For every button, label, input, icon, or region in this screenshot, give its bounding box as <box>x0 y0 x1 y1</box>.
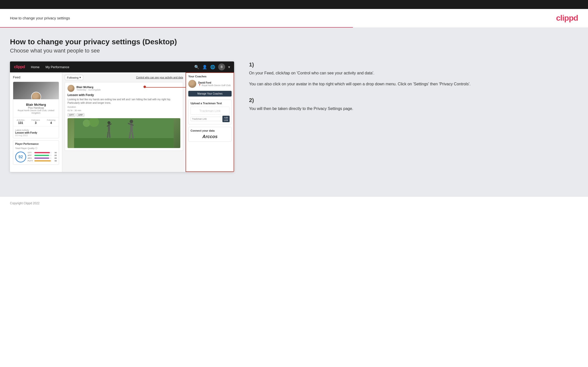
coach-avatar <box>188 80 196 88</box>
profile-avatar <box>31 92 41 99</box>
post-user-avatar <box>67 85 74 92</box>
stat-activities: Activities 131 <box>17 119 25 125</box>
step1-num: 1) <box>249 61 573 68</box>
trackman-section: Upload a Trackman Test Trackman Link Add… <box>188 100 232 124</box>
step1-extra: You can also click on your avatar in the… <box>249 81 573 87</box>
post-duration: Duration <box>67 106 180 108</box>
connect-section: Connect your data Arccos <box>188 127 232 142</box>
svg-rect-1 <box>74 138 174 148</box>
post-meta: Yesterday · Sunningdale <box>76 89 101 91</box>
coaches-title: Your Coaches <box>188 75 232 78</box>
player-performance: Player Performance Total Player Quality … <box>13 140 59 165</box>
globe-icon[interactable]: 🌐 <box>210 65 215 69</box>
post-desc: Looking to feel like my hands are exitin… <box>67 98 180 105</box>
page-subheading: Choose what you want people to see <box>10 48 578 54</box>
bar-arg: ARG 86 <box>28 157 57 159</box>
svg-point-2 <box>83 119 90 127</box>
circle-score: 92 <box>15 152 26 162</box>
profile-card: Blair McHarg Plus Handicap Royal North D… <box>13 82 59 138</box>
trackman-input-row: Add Link <box>191 116 229 122</box>
app-nav: clippd Home My Performance 🔍 👤 🌐 B ▾ <box>10 61 234 72</box>
instructions: 1) On your Feed, click/tap on 'Control w… <box>244 61 578 122</box>
bar-putt: PUTT 96 <box>28 160 57 162</box>
step1-text: On your Feed, click/tap on 'Control who … <box>249 70 573 76</box>
app-body: Feed Blair McHarg Plus Handicap Royal No… <box>10 72 234 172</box>
profile-name: Blair McHarg <box>13 103 59 106</box>
profile-cover <box>13 82 59 99</box>
footer: Copyright Clippd 2022 <box>0 197 588 209</box>
app-nav-icons: 🔍 👤 🌐 B ▾ <box>194 63 230 70</box>
post-tags: OTT APP <box>67 113 180 117</box>
profile-club: Royal North Devon Golf Club, United King… <box>13 109 59 114</box>
profile-stats: Activities 131 Followers 3 Following 4 <box>13 117 59 126</box>
post-title: Lesson with Fordy <box>67 93 180 97</box>
chevron-icon[interactable]: ▾ <box>228 65 230 69</box>
app-feed: Following ▾ Control who can see your act… <box>62 72 186 172</box>
bar-ott: OTT 90 <box>28 152 57 154</box>
stat-following: Following 4 <box>47 119 55 125</box>
stat-followers: Followers 3 <box>31 119 40 125</box>
post-username: Blair McHarg <box>76 86 101 89</box>
footer-copyright: Copyright Clippd 2022 <box>10 202 40 205</box>
latest-activity: Latest Activity Lesson with Fordy 03 Aug… <box>13 127 59 138</box>
post-image <box>67 118 180 148</box>
post-duration-value: 01 hr : 30 min <box>67 109 180 112</box>
coach-info: David Ford 📍 Royal North Devon Golf Club <box>198 81 231 87</box>
trackman-input[interactable] <box>191 117 221 121</box>
profile-avatar-inner <box>32 92 41 99</box>
step2-num: 2) <box>249 97 573 104</box>
latest-title: Lesson with Fordy <box>15 131 57 134</box>
svg-point-9 <box>130 120 133 123</box>
pp-quality: Total Player Quality ⓘ <box>15 147 57 150</box>
top-bar <box>0 0 588 9</box>
coach-club: 📍 Royal North Devon Golf Club <box>198 84 231 87</box>
person-icon[interactable]: 👤 <box>202 65 207 69</box>
tag-ott: OTT <box>67 113 75 117</box>
instruction-2: 2) You will then be taken directly to th… <box>249 97 573 112</box>
app-nav-home[interactable]: Home <box>31 65 40 69</box>
manage-coaches-button[interactable]: Manage Your Coaches <box>188 91 232 97</box>
pp-bars: OTT 90 APP 85 ARG <box>28 152 57 162</box>
add-link-button[interactable]: Add Link <box>222 116 230 122</box>
app-sidebar: Feed Blair McHarg Plus Handicap Royal No… <box>10 72 62 172</box>
connect-title: Connect your data <box>191 129 229 132</box>
golf-scene-svg <box>67 118 180 148</box>
search-icon[interactable]: 🔍 <box>194 65 199 69</box>
coach-item: David Ford 📍 Royal North Devon Golf Club <box>188 80 232 88</box>
user-avatar[interactable]: B <box>218 63 225 70</box>
step2-text: You will then be taken directly to the P… <box>249 105 573 112</box>
coaches-section: Your Coaches David Ford 📍 Royal North De… <box>188 75 232 97</box>
svg-point-4 <box>108 121 111 124</box>
trackman-placeholder: Trackman Link <box>191 107 229 115</box>
latest-date: 03 Aug 2022 <box>15 134 57 137</box>
pp-title: Player Performance <box>15 143 57 145</box>
profile-handicap: Plus Handicap <box>13 106 59 109</box>
trackman-title: Upload a Trackman Test <box>191 102 229 105</box>
app-screenshot: clippd Home My Performance 🔍 👤 🌐 B ▾ Fee… <box>10 61 578 172</box>
arccos-logo: Arccos <box>191 134 229 139</box>
coach-name: David Ford <box>198 81 231 84</box>
pp-body: 92 OTT 90 APP 85 <box>15 152 57 162</box>
tag-app: APP <box>76 113 84 117</box>
following-button[interactable]: Following ▾ <box>65 75 83 80</box>
feed-label: Feed <box>13 75 59 79</box>
app-window: clippd Home My Performance 🔍 👤 🌐 B ▾ Fee… <box>10 61 234 172</box>
post-card: Blair McHarg Yesterday · Sunningdale Les… <box>65 82 183 151</box>
instruction-1: 1) On your Feed, click/tap on 'Control w… <box>249 61 573 87</box>
header-title: How to change your privacy settings <box>10 16 70 20</box>
post-user-info: Blair McHarg Yesterday · Sunningdale <box>76 86 101 91</box>
bar-app: APP 85 <box>28 154 57 157</box>
header: How to change your privacy settings clip… <box>0 9 588 27</box>
app-nav-logo: clippd <box>14 65 25 69</box>
control-link[interactable]: Control who can see your activity and da… <box>136 76 183 79</box>
feed-header: Following ▾ Control who can see your act… <box>65 75 183 80</box>
clippd-logo: clippd <box>556 13 578 23</box>
main-content: How to change your privacy settings (Des… <box>0 28 588 197</box>
page-heading: How to change your privacy settings (Des… <box>10 38 578 46</box>
app-right-panel: Your Coaches David Ford 📍 Royal North De… <box>186 72 234 172</box>
profile-info: Blair McHarg Plus Handicap Royal North D… <box>13 99 59 116</box>
app-nav-performance[interactable]: My Performance <box>46 65 69 69</box>
post-header: Blair McHarg Yesterday · Sunningdale <box>67 85 180 92</box>
